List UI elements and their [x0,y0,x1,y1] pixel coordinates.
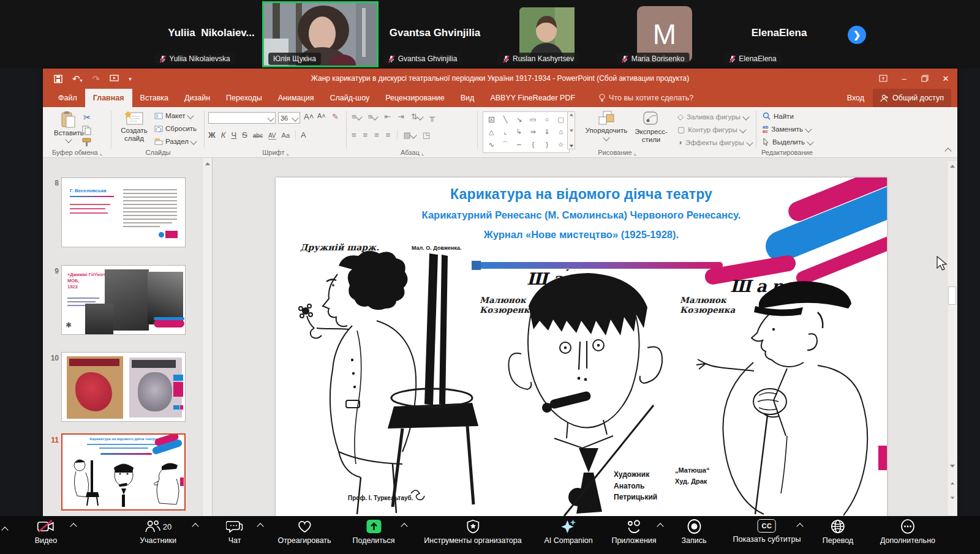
tab-view[interactable]: Вид [453,89,483,107]
reset-button[interactable]: Сбросить [154,125,197,132]
slide-thumbnail-8[interactable]: Г. Веселовська [61,178,186,247]
decrease-indent-icon[interactable]: ⇤ [384,112,391,121]
tell-me-box[interactable]: Что вы хотите сделать? [599,89,693,107]
bold-button[interactable]: Ж [208,130,216,140]
tab-insert[interactable]: Вставка [132,89,176,107]
ai-companion-button[interactable]: AI Companion [544,519,592,545]
left-brace-shape-icon[interactable]: { [532,141,534,148]
customize-qat-icon[interactable]: ▾ [129,76,132,82]
scroll-up-icon[interactable] [948,162,956,171]
paste-button[interactable]: Вставить [54,111,84,142]
numbering-icon[interactable]: ≡ [368,112,378,121]
layout-button[interactable]: Макет [154,112,193,119]
ribbon-display-options-icon[interactable] [873,71,894,86]
format-painter-icon[interactable] [82,138,92,147]
host-tools-button[interactable]: Инструменты организатора [424,519,521,545]
strikethrough-button[interactable]: S [242,130,247,140]
arrow-shape-icon[interactable]: ↘ [516,116,522,124]
character-spacing-button[interactable]: AV [268,132,276,140]
reactions-button[interactable]: Отреагировать [277,519,331,545]
clear-formatting-icon[interactable]: ✎ [332,112,339,121]
increase-indent-icon[interactable]: ⇥ [398,112,404,121]
captions-button[interactable]: CC Показать субтитры [733,519,801,544]
elbow-connector-icon[interactable]: ⌞ [503,128,507,136]
apps-button[interactable]: Приложения [611,519,656,545]
down-arrow-shape-icon[interactable]: ⇓ [544,128,549,136]
elbow-arrow-connector-icon[interactable]: ↳ [516,128,522,136]
arc-shape-icon[interactable]: ⌒ [502,140,508,149]
more-button[interactable]: Дополнительно [880,519,935,545]
align-left-icon[interactable]: ≡ [352,130,356,140]
triangle-shape-icon[interactable]: △ [489,128,494,136]
pentagon-shape-icon[interactable]: ⌂ [559,128,563,135]
previous-slide-button[interactable] [948,479,956,488]
slide-thumbnail-9[interactable]: «Джиммі Гіґґінз». МОБ, 1923 ✱ [61,265,186,335]
shape-effects-button[interactable]: ◑Эффекты фигуры [677,138,752,147]
align-center-icon[interactable]: ≡ [363,130,368,140]
sign-in-button[interactable]: Вход [839,94,873,102]
dialog-launcher-icon[interactable]: ⌞ [421,150,424,156]
line-spacing-icon[interactable]: ⇅ [411,112,423,121]
participants-button[interactable]: 20 Участники [140,519,176,545]
dialog-launcher-icon[interactable]: ⌞ [634,150,636,156]
slide-thumbnail-10[interactable] [61,352,186,422]
start-slideshow-icon[interactable] [110,75,119,83]
tab-home[interactable]: Главная [85,89,132,107]
chat-button[interactable]: Чат [226,519,243,545]
shrink-font-icon[interactable]: А˄ [317,112,326,119]
shape-fill-button[interactable]: ◇Заливка фигуры [677,112,748,121]
rounded-rect-shape-icon[interactable]: ▢ [557,116,564,124]
tab-design[interactable]: Дизайн [176,89,218,107]
scrollbar-thumb[interactable] [948,286,956,305]
shape-outline-button[interactable]: ▢Контур фигуры [677,125,745,134]
scribble-shape-icon[interactable]: ∿ [489,141,494,149]
rectangle-shape-icon[interactable]: ▭ [530,116,536,124]
quick-styles-button[interactable]: Экспресс-стили [631,111,671,144]
slide-thumbnail-11-current[interactable]: Карикатура на відомого діяча театру [61,433,186,511]
right-arrow-shape-icon[interactable]: ⇒ [530,128,536,136]
textbox-shape-icon[interactable]: A [489,117,494,122]
copy-icon[interactable] [82,125,92,135]
share-screen-button[interactable]: Поделиться [352,519,394,545]
tab-transitions[interactable]: Переходы [218,89,270,107]
tab-animations[interactable]: Анимация [270,89,322,107]
dialog-launcher-icon[interactable]: ⌞ [287,150,289,156]
tab-slideshow[interactable]: Слайд-шоу [322,89,377,107]
grow-font-icon[interactable]: А˄ [304,112,314,121]
save-icon[interactable] [54,75,62,83]
dialog-launcher-icon[interactable]: ⌞ [100,150,102,156]
minimize-button[interactable]: – [894,71,914,86]
underline-button[interactable]: Ч [231,130,236,140]
tab-file[interactable]: Файл [50,89,85,107]
find-button[interactable]: Найти [763,112,794,120]
tab-abbyy[interactable]: ABBYY FineReader PDF [482,89,583,107]
video-button[interactable]: Видео [35,519,58,545]
star-shape-icon[interactable]: ☆ [558,141,564,149]
shapes-gallery-scrollbar[interactable] [567,111,575,149]
select-button[interactable]: Выделить [763,138,813,146]
section-button[interactable]: Раздел [154,138,196,145]
convert-smartart-icon[interactable]: ◳ [423,130,430,140]
font-size-combo[interactable]: 36 [278,112,300,124]
align-right-icon[interactable]: ≡ [374,130,379,140]
line-shape-icon[interactable]: ╲ [503,116,508,124]
oval-shape-icon[interactable]: ○ [545,116,549,123]
translate-button[interactable]: Перевод [823,519,853,545]
arrange-button[interactable]: Упорядочить [583,111,630,140]
thumbnail-panel-scrollbar[interactable] [202,158,213,516]
close-button[interactable]: ✕ [935,71,956,86]
ppt-title-bar[interactable]: Жанр карикатури в дискурсі театральної п… [43,69,957,89]
font-name-combo[interactable] [208,112,276,124]
cut-icon[interactable]: ✂ [83,112,91,123]
next-participants-button[interactable]: ❯ [848,26,866,44]
text-direction-icon[interactable]: ╥ [429,112,435,121]
shapes-gallery[interactable]: A ╲ ↘ ▭ ○ ▢ △ ⌞ ↳ ⇒ ⇓ ⌂ ∿ ⌒ ∼ { } [483,111,570,153]
scroll-up-icon[interactable] [203,159,211,168]
italic-button[interactable]: К [221,130,226,140]
collapse-ribbon-icon[interactable] [944,148,951,154]
justify-icon[interactable]: ≡ [386,130,391,140]
tab-review[interactable]: Рецензирование [377,89,453,107]
record-button[interactable]: Запись [681,519,706,545]
right-brace-shape-icon[interactable]: } [546,141,548,148]
undo-icon[interactable]: ↶▾ [72,73,83,84]
